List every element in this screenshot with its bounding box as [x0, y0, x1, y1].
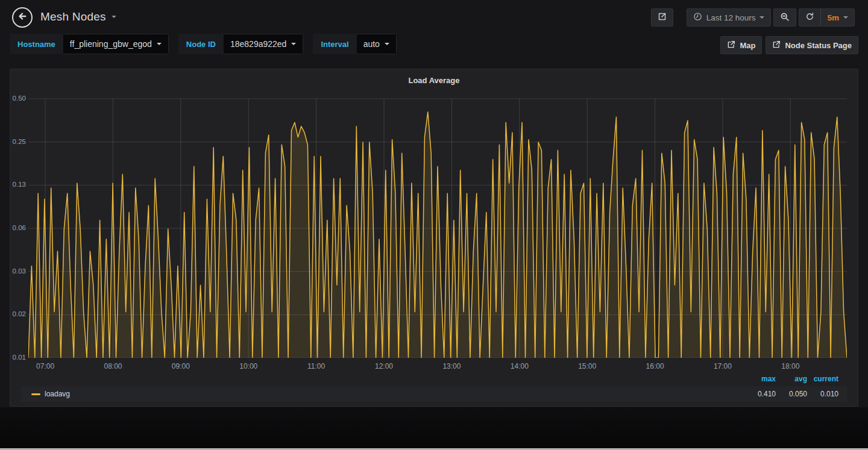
series-color-swatch	[31, 393, 40, 395]
loadavg-chart[interactable]	[28, 94, 847, 358]
filter-hostname-label: Hostname	[10, 34, 63, 54]
x-tick-label: 17:00	[708, 362, 737, 370]
y-tick-label: 0.13	[10, 181, 26, 188]
external-link-icon	[772, 40, 781, 51]
nav-controls: Last 12 hours 5m	[651, 8, 855, 27]
x-tick-label: 12:00	[370, 362, 398, 370]
panel-title[interactable]: Load Average	[10, 69, 858, 85]
clock-icon	[693, 12, 702, 23]
x-tick-label: 18:00	[776, 362, 805, 370]
legend-value-avg: 0.050	[776, 390, 807, 398]
time-range-label: Last 12 hours	[706, 13, 756, 22]
filter-interval: Interval auto	[313, 34, 397, 54]
legend-value-current: 0.010	[807, 390, 838, 398]
chevron-down-icon	[291, 43, 296, 45]
filter-interval-label: Interval	[313, 34, 356, 54]
page-background-bottom	[0, 407, 868, 450]
filter-nodeid-label: Node ID	[178, 34, 224, 54]
divider	[820, 9, 821, 26]
chevron-down-icon	[157, 43, 162, 45]
x-tick-label: 07:00	[31, 362, 60, 370]
y-tick-label: 0.25	[10, 138, 26, 145]
filter-nodeid-select[interactable]: 18e829a922ed	[224, 34, 303, 54]
panel-load-average: Load Average 0.500.250.130.060.030.020.0…	[10, 69, 858, 407]
chevron-down-icon	[112, 16, 116, 18]
map-link-button[interactable]: Map	[720, 36, 762, 54]
legend-row: loadavg 0.410 0.050 0.010	[21, 386, 847, 402]
dashboard-links: Map Node Status Page	[720, 36, 858, 54]
legend-series-label: loadavg	[45, 390, 70, 398]
dashboard-title-dropdown[interactable]: Mesh Nodes	[40, 0, 116, 34]
x-tick-label: 10:00	[234, 362, 263, 370]
filter-interval-select[interactable]: auto	[357, 34, 397, 54]
time-range-picker[interactable]: Last 12 hours	[687, 8, 772, 27]
page-title: Mesh Nodes	[40, 10, 106, 23]
x-tick-label: 16:00	[641, 362, 670, 370]
legend-header-current[interactable]: current	[807, 375, 838, 383]
x-tick-label: 11:00	[302, 362, 331, 370]
share-icon	[658, 12, 667, 23]
y-tick-label: 0.02	[10, 310, 26, 317]
filter-hostname-select[interactable]: ff_pliening_gbw_egod	[63, 34, 169, 54]
legend-series-loadavg[interactable]: loadavg	[31, 390, 70, 398]
back-arrow-icon	[17, 11, 28, 24]
legend-headers: max avg current	[744, 375, 838, 383]
chevron-down-icon	[760, 16, 764, 19]
legend-header-max[interactable]: max	[744, 375, 776, 383]
y-tick-label: 0.01	[10, 354, 26, 361]
filter-hostname: Hostname ff_pliening_gbw_egod	[10, 34, 169, 54]
chevron-down-icon	[385, 43, 389, 45]
submenu-row: Hostname ff_pliening_gbw_egod Node ID 18…	[10, 34, 858, 55]
refresh-icon	[805, 12, 814, 23]
share-button[interactable]	[651, 8, 673, 27]
y-tick-label: 0.06	[10, 224, 26, 231]
legend-value-max: 0.410	[744, 390, 776, 398]
x-tick-label: 13:00	[437, 362, 466, 370]
legend-header-avg[interactable]: avg	[776, 375, 807, 383]
y-tick-label: 0.03	[10, 267, 26, 275]
x-tick-label: 09:00	[166, 362, 195, 370]
refresh-interval-label: 5m	[827, 13, 839, 22]
y-tick-label: 0.50	[10, 95, 26, 102]
filter-nodeid: Node ID 18e829a922ed	[178, 34, 304, 54]
refresh-picker[interactable]: 5m	[799, 8, 855, 27]
top-nav: Mesh Nodes Last 12 hours	[0, 0, 868, 34]
x-tick-label: 08:00	[98, 362, 127, 370]
node-status-page-link-button[interactable]: Node Status Page	[766, 36, 858, 54]
external-link-icon	[727, 40, 735, 51]
x-tick-label: 14:00	[505, 362, 534, 370]
chevron-down-icon	[843, 16, 848, 19]
zoom-out-button[interactable]	[773, 8, 796, 27]
x-tick-label: 15:00	[573, 362, 602, 370]
back-button[interactable]	[12, 7, 33, 28]
zoom-out-icon	[780, 12, 790, 23]
